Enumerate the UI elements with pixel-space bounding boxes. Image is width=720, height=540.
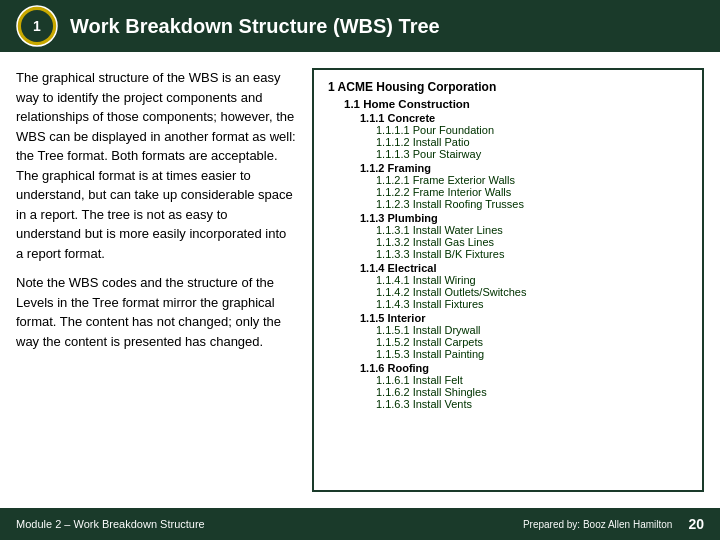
wbs-level3: 1.1.1.3 Pour Stairway [376,148,688,160]
wbs-level3: 1.1.6.1 Install Felt [376,374,688,386]
wbs-level2: 1.1.6 Roofing [360,362,688,374]
wbs-level3: 1.1.4.3 Install Fixtures [376,298,688,310]
wbs-level2: 1.1.5 Interior [360,312,688,324]
header-logo: 1 [16,5,58,47]
footer: Module 2 – Work Breakdown Structure Prep… [0,508,720,540]
wbs-level3: 1.1.1.2 Install Patio [376,136,688,148]
wbs-level3: 1.1.3.2 Install Gas Lines [376,236,688,248]
wbs-root: 1 ACME Housing Corporation [328,80,688,94]
footer-prepared: Prepared by: Booz Allen Hamilton [523,519,673,530]
wbs-level3: 1.1.1.1 Pour Foundation [376,124,688,136]
wbs-level3: 1.1.5.2 Install Carpets [376,336,688,348]
wbs-level3: 1.1.5.1 Install Drywall [376,324,688,336]
wbs-level2: 1.1.4 Electrical [360,262,688,274]
wbs-tree-items: 1.1 Home Construction1.1.1 Concrete1.1.1… [328,98,688,410]
wbs-level3: 1.1.3.3 Install B/K Fixtures [376,248,688,260]
footer-module: Module 2 – Work Breakdown Structure [16,518,205,530]
paragraph-1: The graphical structure of the WBS is an… [16,68,296,263]
footer-right: Prepared by: Booz Allen Hamilton 20 [523,516,704,532]
wbs-level2: 1.1.3 Plumbing [360,212,688,224]
main-content: The graphical structure of the WBS is an… [0,52,720,508]
wbs-level3: 1.1.2.3 Install Roofing Trusses [376,198,688,210]
wbs-level3: 1.1.6.2 Install Shingles [376,386,688,398]
wbs-level3: 1.1.6.3 Install Vents [376,398,688,410]
wbs-tree: 1 ACME Housing Corporation 1.1 Home Cons… [312,68,704,492]
paragraph-2: Note the WBS codes and the structure of … [16,273,296,351]
wbs-level2: 1.1.2 Framing [360,162,688,174]
left-panel: The graphical structure of the WBS is an… [16,68,296,492]
wbs-level3: 1.1.3.1 Install Water Lines [376,224,688,236]
wbs-level3: 1.1.2.1 Frame Exterior Walls [376,174,688,186]
wbs-level1: 1.1 Home Construction [344,98,688,110]
wbs-level3: 1.1.5.3 Install Painting [376,348,688,360]
svg-text:1: 1 [33,18,41,34]
wbs-level2: 1.1.1 Concrete [360,112,688,124]
page-title: Work Breakdown Structure (WBS) Tree [70,15,440,38]
footer-page: 20 [688,516,704,532]
wbs-level3: 1.1.2.2 Frame Interior Walls [376,186,688,198]
wbs-level3: 1.1.4.2 Install Outlets/Switches [376,286,688,298]
header: 1 Work Breakdown Structure (WBS) Tree [0,0,720,52]
wbs-level3: 1.1.4.1 Install Wiring [376,274,688,286]
